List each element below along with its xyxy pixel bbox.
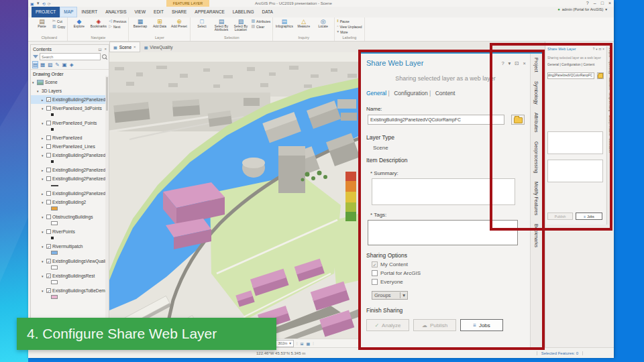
- collapse-icon[interactable]: ▾: [42, 289, 45, 293]
- ribbon-button-select[interactable]: □Select: [193, 18, 211, 28]
- publish-button[interactable]: ☁ Publish: [413, 319, 456, 331]
- pin-icon[interactable]: ⊡: [599, 48, 602, 51]
- collapse-icon[interactable]: ▾: [42, 107, 45, 111]
- layer-item-riverpoints[interactable]: ▾RiverPoints: [31, 227, 109, 236]
- pane-tabs[interactable]: General | Configuration | Content: [547, 63, 604, 66]
- help-icon[interactable]: ?: [586, 0, 589, 7]
- layer-visibility-checkbox[interactable]: ✓: [46, 288, 51, 293]
- dock-tab-attributes[interactable]: Attributes: [534, 113, 539, 133]
- dock-tab-symbology[interactable]: Symbology: [534, 81, 539, 105]
- layer-item-existingbuildingsrest[interactable]: ▾✓ExistingBuildingsRest: [31, 272, 109, 280]
- collapse-icon[interactable]: ▾: [42, 215, 45, 219]
- search-icon[interactable]: [102, 54, 107, 59]
- close-icon[interactable]: ×: [602, 48, 604, 51]
- layer-visibility-checkbox[interactable]: ✓: [46, 244, 51, 249]
- layer-item-scene[interactable]: ▾Scene: [31, 78, 109, 86]
- redo-icon[interactable]: ⟳: [48, 1, 51, 6]
- ribbon-button-view-unplaced[interactable]: ▫View Unplaced: [337, 24, 362, 29]
- ribbon-tab-analysis[interactable]: ANALYSIS: [101, 7, 130, 17]
- ribbon-button-attributes[interactable]: ▥Attributes: [251, 19, 270, 23]
- ribbon-tab-edit[interactable]: EDIT: [150, 7, 168, 17]
- basemap-icon[interactable]: ▦: [307, 341, 311, 346]
- layer-item-existingbuilding2panelized-lines[interactable]: ▾ExistingBuilding2Panelized_Lines: [31, 174, 109, 183]
- ribbon-button-infographics[interactable]: ▤Infographics: [275, 18, 293, 28]
- publish-button[interactable]: Publish: [547, 213, 573, 220]
- layer-visibility-checkbox[interactable]: [46, 168, 51, 172]
- layer-item-3d-layers[interactable]: ▾3D Layers: [31, 86, 109, 95]
- layer-visibility-checkbox[interactable]: [46, 229, 51, 234]
- expand-icon[interactable]: ▸: [42, 98, 45, 102]
- ribbon-tab-map[interactable]: MAP: [60, 7, 77, 17]
- list-by-snapping-icon[interactable]: ▣: [62, 62, 67, 68]
- layer-item-existingbuilding2panelizedvqco[interactable]: ▸✓ExistingBuilding2PanelizedVQCo: [31, 95, 109, 104]
- jobs-button[interactable]: ≡ Jobs: [576, 213, 602, 220]
- contents-scrollbar[interactable]: [105, 76, 109, 347]
- collapse-icon[interactable]: ▾: [42, 200, 45, 204]
- undo-icon[interactable]: ⟲: [42, 1, 46, 6]
- minimize-icon[interactable]: –: [594, 0, 596, 7]
- layer-item-riverpanelized[interactable]: ▸RiverPanelized: [31, 133, 109, 142]
- layer-visibility-checkbox[interactable]: [46, 176, 51, 181]
- ribbon-button-paste[interactable]: ▤Paste: [33, 18, 51, 28]
- ribbon-tab-insert[interactable]: INSERT: [77, 7, 101, 17]
- share-option-my-content[interactable]: ✓My Content: [372, 261, 421, 267]
- list-by-drawing-order-icon[interactable]: ▤: [33, 62, 38, 68]
- expand-icon[interactable]: ▸: [42, 136, 45, 140]
- jobs-button[interactable]: ≡ Jobs: [460, 319, 503, 331]
- ribbon-tab-labeling[interactable]: LABELING: [229, 7, 258, 17]
- groups-dropdown-button[interactable]: Groups ▾: [372, 291, 408, 300]
- layer-item-existingbuildingsviewquality[interactable]: ▾✓ExistingBuildingsViewQuality: [31, 257, 109, 265]
- scale-selector[interactable]: 302m ▾: [276, 340, 294, 347]
- ribbon-button-bookmarks[interactable]: ◈Bookmarks: [89, 18, 107, 28]
- pane-tab-content[interactable]: Content: [435, 90, 455, 97]
- layer-item-riverpanelized-points[interactable]: ▾RiverPanelized_Points: [31, 119, 109, 127]
- share-option-everyone[interactable]: Everyone: [372, 279, 421, 285]
- layer-item-existingbuilding2panelized-roof[interactable]: ▸ExistingBuilding2Panelized_Roof: [31, 166, 109, 174]
- layer-visibility-checkbox[interactable]: [46, 106, 51, 111]
- layer-item-existingbuilding2[interactable]: ▾ExistingBuilding2: [31, 198, 109, 206]
- save-icon[interactable]: ▼: [36, 1, 40, 5]
- ribbon-button-measure[interactable]: △Measure: [294, 18, 313, 28]
- list-by-editing-icon[interactable]: ✎: [55, 62, 59, 68]
- summary-textarea[interactable]: [547, 131, 603, 154]
- menu-icon[interactable]: ▾: [596, 48, 597, 51]
- layer-visibility-checkbox[interactable]: [46, 144, 51, 149]
- layer-visibility-checkbox[interactable]: [46, 200, 51, 204]
- ribbon-button-next[interactable]: ▷Next: [109, 24, 126, 29]
- layer-item-existingbuildingstobedemolishe[interactable]: ▾✓ExistingBuildingsToBeDemolishe: [31, 286, 109, 295]
- layer-item-rivermultipatch[interactable]: ▾✓Rivermultipatch: [31, 242, 109, 251]
- ribbon-button-cut[interactable]: ✂Cut: [52, 19, 65, 23]
- layer-visibility-checkbox[interactable]: ✓: [46, 97, 51, 102]
- dock-tab-geoprocessing[interactable]: Geoprocessing: [608, 93, 612, 111]
- dock-tab-project[interactable]: Project: [608, 48, 612, 57]
- collapse-icon[interactable]: ▾: [32, 80, 36, 84]
- ribbon-tab-view[interactable]: VIEW: [130, 7, 150, 17]
- collapse-icon[interactable]: ▾: [42, 121, 45, 125]
- ribbon-button-more[interactable]: ▾More: [337, 29, 362, 34]
- ribbon-button-select-by-attributes[interactable]: ▤Select By Attributes: [212, 18, 230, 32]
- tags-textarea[interactable]: [368, 220, 518, 245]
- collapse-icon[interactable]: ▾: [42, 259, 45, 263]
- menu-icon[interactable]: ▾: [508, 60, 511, 66]
- maximize-icon[interactable]: □: [601, 0, 604, 7]
- list-by-source-icon[interactable]: ▦: [40, 62, 45, 68]
- expand-icon[interactable]: ▸: [42, 168, 45, 172]
- list-by-selection-icon[interactable]: ▧: [48, 62, 52, 68]
- collapse-icon[interactable]: ▾: [42, 245, 45, 249]
- pane-tab-general[interactable]: General: [366, 90, 391, 97]
- layer-item-riverpanelized-lines[interactable]: ▸RiverPanelized_Lines: [31, 142, 109, 151]
- summary-textarea[interactable]: [372, 178, 515, 205]
- pane-tab-configuration[interactable]: Configuration: [394, 90, 433, 97]
- list-by-labeling-icon[interactable]: ◈: [70, 62, 74, 68]
- tab-viewquality[interactable]: ▦ ViewQuality: [140, 42, 177, 52]
- project-icon[interactable]: ▣: [30, 1, 34, 6]
- browse-folder-button[interactable]: [597, 72, 604, 79]
- ribbon-tab-project[interactable]: PROJECT: [32, 7, 60, 17]
- ribbon-tab-appearance[interactable]: APPEARANCE: [191, 7, 228, 17]
- dock-tab-symbology[interactable]: Symbology: [608, 60, 612, 74]
- help-icon[interactable]: ?: [593, 48, 595, 51]
- layer-item-existingbuilding2panelized-mass[interactable]: ▾ExistingBuilding2Panelized_Mass: [31, 151, 109, 160]
- ribbon-tab-data[interactable]: DATA: [258, 7, 277, 17]
- browse-folder-button[interactable]: [511, 115, 525, 125]
- expand-icon[interactable]: ▸: [42, 192, 45, 196]
